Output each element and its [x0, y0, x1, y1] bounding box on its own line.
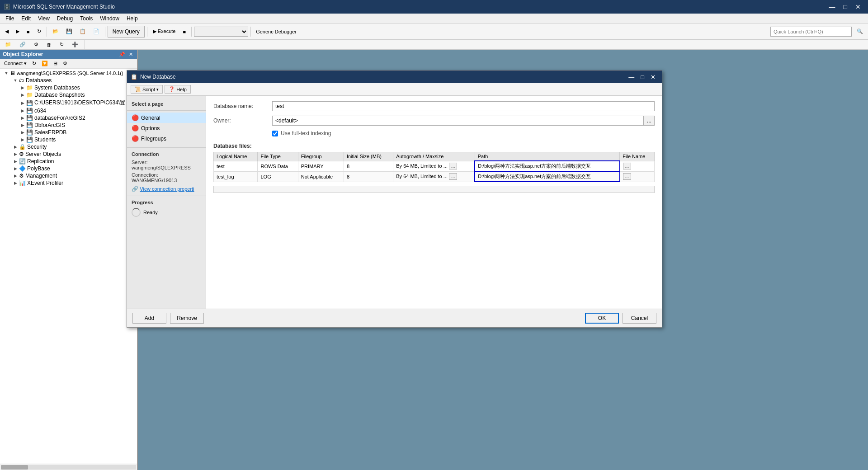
close-button[interactable]: ✕ [852, 2, 864, 11]
stop-button[interactable]: ■ [24, 25, 33, 38]
tree-item-db-arcgis2[interactable]: ▶ 💾 databaseForArcGIS2 [0, 114, 137, 122]
files-hscrollbar[interactable] [213, 186, 655, 193]
page-options[interactable]: 🔴 Options [127, 123, 206, 133]
oe-refresh-button[interactable]: ↻ [30, 60, 38, 67]
table-row[interactable]: test ROWS Data PRIMARY 8 By 64 MB, Limit… [214, 161, 655, 171]
stop-debug-button[interactable]: ■ [180, 25, 189, 38]
tree-toggle-c634-path[interactable]: ▶ [19, 101, 26, 105]
oe-settings-button[interactable]: ⚙ [61, 60, 70, 67]
tree-toggle-db-snapshots[interactable]: ▶ [19, 93, 26, 97]
tree-toggle-security[interactable]: ▶ [12, 145, 19, 149]
tree-item-server-objects[interactable]: ▶ ⚙ Server Objects [0, 150, 137, 158]
tree-toggle-xevent[interactable]: ▶ [12, 181, 19, 185]
tb2-btn1[interactable]: 📁 [2, 38, 14, 51]
tree-toggle-replication[interactable]: ▶ [12, 159, 19, 164]
oe-pin-button[interactable]: 📌 [118, 52, 127, 57]
tree-item-security[interactable]: ▶ 🔒 Security [0, 143, 137, 150]
refresh-button[interactable]: ↻ [34, 25, 44, 38]
tree-toggle-c634[interactable]: ▶ [19, 108, 26, 113]
tree-item-management[interactable]: ▶ ⚙ Management [0, 172, 137, 179]
tb2-btn5[interactable]: ↻ [57, 38, 67, 51]
tree-toggle-db-arcgis2[interactable]: ▶ [19, 116, 26, 120]
menu-tools[interactable]: Tools [76, 14, 96, 23]
add-button[interactable]: Add [132, 313, 166, 324]
open-button[interactable]: 📂 [49, 25, 62, 38]
file-name-btn-1[interactable]: ... [623, 163, 631, 169]
dialog-close-button[interactable]: ✕ [648, 73, 658, 81]
tree-item-replication[interactable]: ▶ 🔄 Replication [0, 158, 137, 165]
owner-input[interactable] [272, 116, 644, 126]
oe-connect-button[interactable]: Connect ▾ [2, 60, 29, 67]
menu-window[interactable]: Window [96, 14, 123, 23]
autogrowth-btn-2[interactable]: ... [449, 173, 457, 180]
dialog-maximize-button[interactable]: □ [638, 73, 647, 81]
table-row[interactable]: test_log LOG Not Applicable 8 By 64 MB, … [214, 171, 655, 182]
tree-item-db-arcgis[interactable]: ▶ 💾 DbforArcGIS [0, 122, 137, 129]
col-path: Path [475, 152, 620, 161]
tb2-btn3[interactable]: ⚙ [31, 38, 42, 51]
oe-collapse-button[interactable]: ⊟ [51, 60, 60, 67]
maximize-button[interactable]: □ [840, 2, 851, 11]
database-select[interactable] [194, 27, 248, 37]
owner-row: Owner: ... [213, 116, 655, 126]
tree-item-databases[interactable]: ▼ 🗂 Databases [0, 77, 137, 84]
dialog-minimize-button[interactable]: — [626, 73, 637, 81]
tree-toggle-db-arcgis[interactable]: ▶ [19, 123, 26, 127]
paste-button[interactable]: 📄 [90, 25, 103, 38]
oe-close-button[interactable]: ✕ [127, 52, 134, 57]
forward-button[interactable]: ▶ [13, 25, 23, 38]
tree-toggle-databases[interactable]: ▼ [12, 78, 19, 83]
tree-toggle-polybase[interactable]: ▶ [12, 166, 19, 171]
db-name-input[interactable] [272, 101, 655, 111]
menu-view[interactable]: View [34, 14, 53, 23]
tree-toggle-students[interactable]: ▶ [19, 137, 26, 142]
ok-button[interactable]: OK [585, 313, 619, 324]
dialog-body: Select a page 🔴 General 🔴 Options 🔴 File… [127, 96, 662, 309]
tb2-btn6[interactable]: ➕ [69, 38, 81, 51]
tree-item-xevent[interactable]: ▶ 📊 XEvent Profiler [0, 179, 137, 187]
search-icon[interactable]: 🔍 [854, 25, 866, 38]
tree-item-polybase[interactable]: ▶ 🔷 PolyBase [0, 165, 137, 172]
copy-button[interactable]: 📋 [76, 25, 89, 38]
menu-file[interactable]: File [2, 14, 18, 23]
menu-help[interactable]: Help [123, 14, 142, 23]
fulltext-checkbox[interactable] [272, 131, 278, 136]
script-button[interactable]: 📜 Script ▾ [131, 85, 163, 94]
tree-item-students[interactable]: ▶ 💾 Students [0, 136, 137, 143]
menu-edit[interactable]: Edit [18, 14, 34, 23]
page-filegroups[interactable]: 🔴 Filegroups [127, 133, 206, 144]
back-button[interactable]: ◀ [2, 25, 12, 38]
tb2-btn4[interactable]: 🗑 [43, 38, 55, 51]
page-general[interactable]: 🔴 General [127, 113, 206, 123]
cell-autogrowth-2: By 64 MB, Limited to ... ... [393, 171, 475, 182]
view-connection-link[interactable]: View connection properti [140, 186, 194, 192]
files-hscroll-inner [214, 186, 655, 187]
save-button[interactable]: 💾 [63, 25, 75, 38]
autogrowth-btn-1[interactable]: ... [449, 163, 457, 169]
tree-item-c634-path[interactable]: ▶ 💾 C:\USERS\19013\DESKTOP\C634\置 [0, 99, 137, 107]
tree-item-server[interactable]: ▼ 🖥 wangmeng\SQLEXPRESS (SQL Server 14.0… [0, 70, 137, 77]
tree-toggle-server[interactable]: ▼ [3, 71, 10, 75]
file-name-btn-2[interactable]: ... [623, 173, 631, 180]
remove-button[interactable]: Remove [170, 313, 204, 324]
quick-launch-input[interactable] [770, 27, 852, 37]
tree-toggle-system-dbs[interactable]: ▶ [19, 85, 26, 90]
owner-browse-button[interactable]: ... [644, 116, 655, 126]
cancel-button[interactable]: Cancel [623, 313, 656, 324]
tb2-btn2[interactable]: 🔗 [16, 38, 29, 51]
tree-toggle-sales-erp[interactable]: ▶ [19, 130, 26, 135]
oe-filter-button[interactable]: 🔽 [39, 60, 50, 67]
help-button[interactable]: ❓ Help [165, 85, 191, 94]
new-query-button[interactable]: New Query [108, 26, 145, 38]
xevent-icon: 📊 [19, 180, 26, 186]
tree-item-db-snapshots[interactable]: ▶ 📁 Database Snapshots [0, 91, 137, 99]
menu-debug[interactable]: Debug [53, 14, 76, 23]
oe-bottom-scrollbar[interactable] [0, 464, 137, 470]
execute-button[interactable]: ▶ Execute [150, 25, 179, 38]
minimize-button[interactable]: — [826, 2, 839, 11]
tree-toggle-server-objects[interactable]: ▶ [12, 152, 19, 156]
tree-item-sales-erp[interactable]: ▶ 💾 SalesERPDB [0, 129, 137, 136]
tree-item-c634[interactable]: ▶ 💾 c634 [0, 107, 137, 114]
tree-item-system-dbs[interactable]: ▶ 📁 System Databases [0, 84, 137, 91]
tree-toggle-management[interactable]: ▶ [12, 174, 19, 178]
